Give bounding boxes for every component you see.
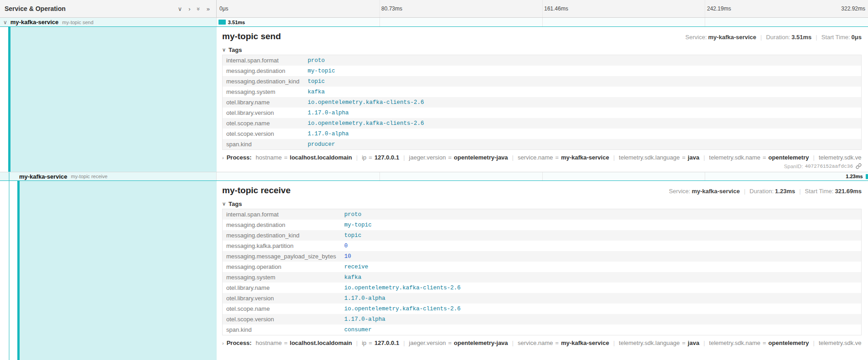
span-id-label: SpanID: [784,164,803,169]
span-row-receive[interactable]: my-kafka-service my-topic receive 1.23ms [0,172,868,180]
tag-key: otel.scope.version [223,314,341,324]
chevron-right-icon[interactable]: › [188,6,190,12]
tag-row: otel.scope.nameio.opentelemetry.kafka-cl… [223,118,862,129]
ruler-tick-label: 80.73ms [381,5,402,12]
tag-value: proto [304,55,861,66]
tag-row: otel.library.version1.17.0-alpha [223,108,862,118]
span-name-cell[interactable]: my-kafka-service my-topic receive [0,172,217,180]
span-service-name: my-kafka-service [19,173,68,180]
span-row-send[interactable]: ∨ my-kafka-service my-topic send 3.51ms [0,18,868,26]
ruler-tick-label: 161.46ms [544,5,568,12]
tag-row: otel.scope.version1.17.0-alpha [223,129,862,139]
process-value: my-kafka-service [561,339,609,346]
tag-value: kafka [304,87,861,97]
span-detail-panel: my-topic receive Service:my-kafka-servic… [217,181,868,360]
tag-row: otel.scope.nameio.opentelemetry.kafka-cl… [223,303,862,314]
span-operation-name: my-topic receive [71,174,108,179]
indent-guide [9,172,10,180]
span-duration-bar[interactable] [218,20,226,25]
tag-key: internal.span.format [223,55,304,66]
span-duration-bar[interactable] [866,174,868,179]
tags-table: internal.span.formatprotomessaging.desti… [222,209,862,335]
tag-value: 10 [341,251,862,262]
tag-value: kafka [341,272,862,283]
meta-label: Duration: [749,188,774,195]
chevron-down-icon[interactable]: ∨ [3,20,7,25]
tags-table: internal.span.formatprotomessaging.desti… [222,55,862,150]
tag-row: otel.scope.version1.17.0-alpha [223,314,862,324]
tag-value: io.opentelemetry.kafka-clients-2.6 [304,118,861,129]
tag-key: messaging.destination_kind [223,76,304,87]
tag-key: messaging.kafka.partition [223,241,341,251]
tag-value: my-topic [304,66,861,76]
equals-sign: = [448,154,452,161]
link-icon[interactable] [856,163,862,169]
meta-label: Start Time: [821,34,850,41]
span-detail-header: my-topic receive Service:my-kafka-servic… [222,185,862,195]
tag-key: otel.scope.version [223,129,304,139]
timeline-ruler: 0μs80.73ms161.46ms242.19ms322.92ms [217,0,868,17]
tag-value: 1.17.0-alpha [304,129,861,139]
span-timeline-cell[interactable]: 3.51ms [217,18,868,26]
tag-value: 1.17.0-alpha [341,293,862,303]
span-detail-indent [0,181,217,360]
double-chevron-down-icon[interactable]: » [196,7,202,10]
equals-sign: = [369,154,372,161]
meta-value: 321.69ms [835,188,862,195]
tag-row: span.kindconsumer [223,324,862,335]
ruler-tick-label: 322.92ms [841,5,865,12]
tag-key: otel.scope.name [223,118,304,129]
tag-key: messaging.system [223,87,304,97]
meta-value: 0μs [852,34,862,41]
process-value: 127.0.0.1 [374,339,399,346]
equals-sign: = [555,154,559,161]
tag-row: internal.span.formatproto [223,209,862,220]
process-value: java [688,339,699,346]
tag-row: otel.library.version1.17.0-alpha [223,293,862,303]
tag-row: messaging.message_payload_size_bytes10 [223,251,862,262]
chevron-down-icon[interactable]: ∨ [178,6,182,12]
tag-key: messaging.destination [223,220,341,230]
process-label: Process: [227,154,252,161]
tag-row: messaging.operationreceive [223,262,862,272]
tags-accordion-header[interactable]: ∨ Tags [222,200,862,209]
equals-sign: = [284,339,288,346]
process-key: hostname [256,339,282,346]
separator: | [760,34,762,41]
equals-sign: = [682,339,686,346]
tag-value: 0 [341,241,862,251]
process-value: opentelemetry [769,154,809,161]
indent-fill [10,27,217,172]
tags-accordion-header[interactable]: ∨ Tags [222,46,862,55]
process-key: service.name [518,339,553,346]
separator: | [613,154,614,161]
tag-value: 1.17.0-alpha [304,108,861,118]
process-value: localhost.localdomain [290,339,352,346]
tag-value: topic [304,76,861,87]
double-chevron-right-icon[interactable]: » [207,6,210,12]
separator: | [512,339,514,346]
span-name-cell[interactable]: ∨ my-kafka-service my-topic send [0,18,217,26]
process-accordion[interactable]: › Process: hostname=localhost.localdomai… [222,339,862,346]
chevron-right-icon: › [222,341,224,346]
separator: | [403,154,405,161]
service-operation-header: Service & Operation ∨›»» [0,0,217,17]
equals-sign: = [448,339,452,346]
process-values: hostname=localhost.localdomain|ip=127.0.… [256,154,862,161]
process-accordion[interactable]: › Process: hostname=localhost.localdomai… [222,154,862,161]
tag-value: topic [341,230,862,241]
span-operation-name: my-topic send [62,20,93,25]
span-detail-header: my-topic send Service:my-kafka-service|D… [222,31,862,41]
indent-guide [9,181,10,360]
tag-value: proto [341,209,862,220]
equals-sign: = [284,154,288,161]
tag-value: my-topic [341,220,862,230]
tag-key: otel.scope.name [223,303,341,314]
meta-label: Start Time: [805,188,834,195]
separator: | [703,154,705,161]
tag-row: internal.span.formatproto [223,55,862,66]
tags-section: ∨ Tags internal.span.formatprotomessagin… [222,46,862,150]
tag-key: otel.library.name [223,97,304,108]
process-value: opentelemetry-java [454,339,508,346]
span-timeline-cell[interactable]: 1.23ms [217,172,868,180]
